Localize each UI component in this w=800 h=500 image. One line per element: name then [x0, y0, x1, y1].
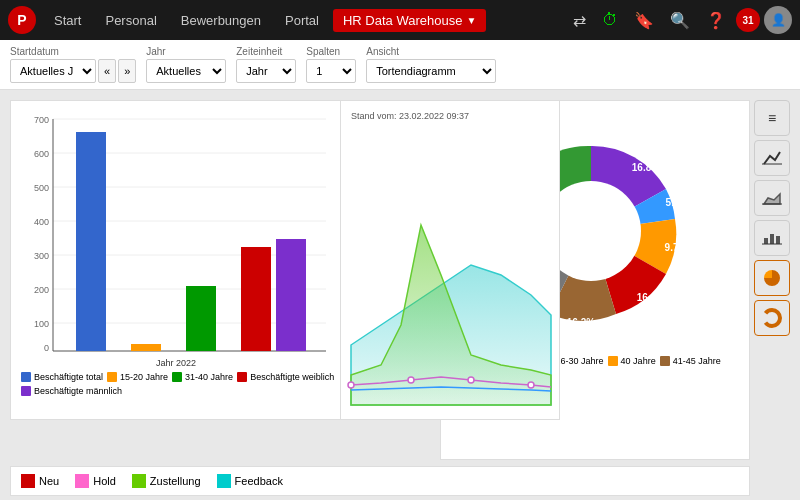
search-icon[interactable]: 🔍: [664, 7, 696, 34]
filter-bar: Startdatum Aktuelles J « » Jahr Aktuelle…: [0, 40, 800, 90]
svg-text:700: 700: [34, 115, 49, 125]
pie-label-blue: 5.1%: [666, 197, 689, 208]
line-chart-svg: [351, 125, 551, 405]
right-toolbar: ≡: [754, 100, 790, 336]
jahr-label: Jahr: [146, 46, 226, 57]
legend-15-20: 15-20 Jahre: [107, 372, 168, 382]
legend-zustellung-label: Zustellung: [150, 475, 201, 487]
bar-total: [76, 132, 106, 351]
area-chart-icon: [762, 190, 782, 206]
bar-chart-icon: [762, 230, 782, 246]
ansicht-group: Ansicht Tortendiagramm: [366, 46, 496, 83]
legend-maennlich-dot: [21, 386, 31, 396]
startdatum-label: Startdatum: [10, 46, 136, 57]
ansicht-label: Ansicht: [366, 46, 496, 57]
svg-text:600: 600: [34, 149, 49, 159]
svg-marker-19: [764, 194, 780, 204]
nav-personal[interactable]: Personal: [95, 9, 166, 32]
svg-text:300: 300: [34, 251, 49, 261]
svg-text:Jahr 2022: Jahr 2022: [156, 358, 196, 368]
legend-weiblich: Beschäftigte weiblich: [237, 372, 334, 382]
legend-15-20-dot: [107, 372, 117, 382]
bookmark-icon[interactable]: 🔖: [628, 7, 660, 34]
legend-zustellung: Zustellung: [132, 474, 201, 488]
legend-31-40: 31-40 Jahre: [172, 372, 233, 382]
legend-feedback-label: Feedback: [235, 475, 283, 487]
legend-maennlich: Beschäftigte männlich: [21, 386, 122, 396]
spalten-select[interactable]: 1: [306, 59, 356, 83]
zeiteinheit-label: Zeiteinheit: [236, 46, 296, 57]
line-chart-date: Stand vom: 23.02.2022 09:37: [351, 111, 549, 121]
line-chart-icon: [762, 150, 782, 166]
legend-total-label: Beschäftigte total: [34, 372, 103, 382]
bar-maennlich: [276, 239, 306, 351]
legend-31-40-label: 31-40 Jahre: [185, 372, 233, 382]
dot: [468, 377, 474, 383]
dot: [408, 377, 414, 383]
bar-15-20: [131, 344, 161, 351]
bar-chart-svg: 700 600 500 400 300 200 100 0: [21, 111, 331, 361]
svg-text:400: 400: [34, 217, 49, 227]
startdatum-next-btn[interactable]: »: [118, 59, 136, 83]
nav-start[interactable]: Start: [44, 9, 91, 32]
toolbar-menu-btn[interactable]: ≡: [754, 100, 790, 136]
nav-portal[interactable]: Portal: [275, 9, 329, 32]
svg-rect-21: [764, 238, 768, 244]
legend-hold-label: Hold: [93, 475, 116, 487]
svg-rect-23: [776, 236, 780, 244]
bar-31-40: [186, 286, 216, 351]
jahr-group: Jahr Aktuelles J: [146, 46, 226, 83]
zeiteinheit-group: Zeiteinheit Jahr: [236, 46, 296, 83]
startdatum-prev-btn[interactable]: «: [98, 59, 116, 83]
toolbar-bar-chart-btn[interactable]: [754, 220, 790, 256]
svg-text:100: 100: [34, 319, 49, 329]
spalten-label: Spalten: [306, 46, 356, 57]
svg-point-25: [764, 310, 780, 326]
legend-weiblich-label: Beschäftigte weiblich: [250, 372, 334, 382]
toolbar-pie-chart-btn[interactable]: [754, 260, 790, 296]
app-logo[interactable]: P: [8, 6, 36, 34]
bar-chart-container: 700 600 500 400 300 200 100 0: [10, 100, 360, 420]
help-icon[interactable]: ❓: [700, 7, 732, 34]
notification-badge[interactable]: 31: [736, 8, 760, 32]
ansicht-select[interactable]: Tortendiagramm: [366, 59, 496, 83]
main-content: 700 600 500 400 300 200 100 0: [0, 90, 800, 500]
pie-label-brown: 16.2%: [567, 317, 595, 328]
legend-feedback: Feedback: [217, 474, 283, 488]
line-chart-container: Stand vom: 23.02.2022 09:37: [340, 100, 560, 420]
bottom-legend: Neu Hold Zustellung Feedback: [10, 466, 750, 496]
nav-bewerbungen[interactable]: Bewerbungen: [171, 9, 271, 32]
pie-label-orange: 9.7%: [665, 242, 688, 253]
dot: [528, 382, 534, 388]
legend-31-40-dot: [172, 372, 182, 382]
pie-chart-icon: [762, 268, 782, 288]
svg-text:200: 200: [34, 285, 49, 295]
nav-hr-data-warehouse[interactable]: HR Data Warehouse ▼: [333, 9, 486, 32]
startdatum-group: Startdatum Aktuelles J « »: [10, 46, 136, 83]
toolbar-ring-chart-btn[interactable]: [754, 300, 790, 336]
legend-maennlich-label: Beschäftigte männlich: [34, 386, 122, 396]
pie-label-purple: 16.8%: [632, 162, 660, 173]
timer-icon[interactable]: ⏱: [596, 7, 624, 33]
user-avatar[interactable]: 👤: [764, 6, 792, 34]
ring-chart-icon: [762, 308, 782, 328]
svg-rect-22: [770, 234, 774, 244]
toolbar-area-chart-btn[interactable]: [754, 180, 790, 216]
jahr-select[interactable]: Aktuelles J: [146, 59, 226, 83]
startdatum-select[interactable]: Aktuelles J: [10, 59, 96, 83]
top-navigation: P Start Personal Bewerbungen Portal HR D…: [0, 0, 800, 40]
pie-legend-41-45-dot: [660, 356, 670, 366]
pie-label-red: 16.4%: [637, 292, 665, 303]
toolbar-line-chart-btn[interactable]: [754, 140, 790, 176]
svg-text:0: 0: [44, 343, 49, 353]
dot: [348, 382, 354, 388]
legend-neu-label: Neu: [39, 475, 59, 487]
svg-text:500: 500: [34, 183, 49, 193]
legend-zustellung-color: [132, 474, 146, 488]
transfer-icon[interactable]: ⇄: [567, 7, 592, 34]
legend-neu-color: [21, 474, 35, 488]
zeiteinheit-select[interactable]: Jahr: [236, 59, 296, 83]
spalten-group: Spalten 1: [306, 46, 356, 83]
pie-legend-40: 40 Jahre: [608, 356, 656, 366]
legend-feedback-color: [217, 474, 231, 488]
